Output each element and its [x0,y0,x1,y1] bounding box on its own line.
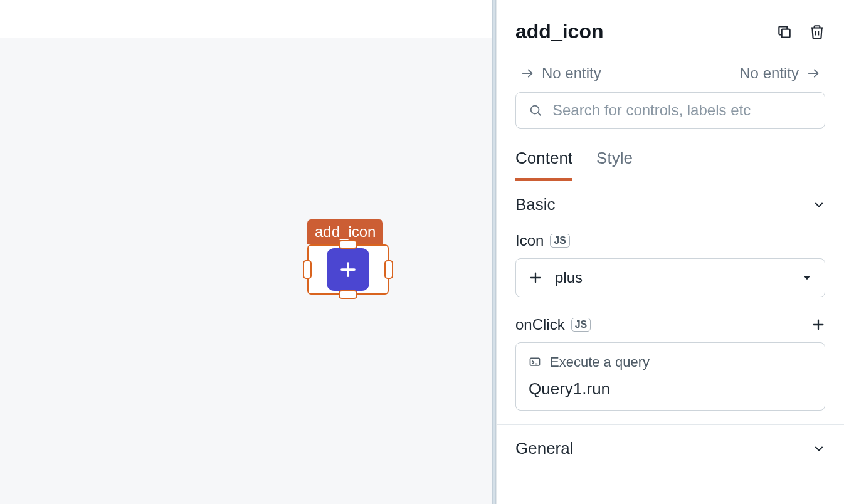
copy-button[interactable] [776,24,793,40]
resize-handle-bottom[interactable] [339,290,357,299]
tab-content[interactable]: Content [515,144,572,181]
section-basic-header[interactable]: Basic [515,195,825,214]
add-action-button[interactable] [811,318,825,332]
onclick-action-block[interactable]: Execute a query Query1.run [515,342,825,411]
arrow-right-icon [520,66,534,80]
js-toggle-badge[interactable]: JS [571,318,591,332]
copy-icon [776,24,793,40]
add-icon-button[interactable] [327,248,369,291]
delete-button[interactable] [809,24,825,40]
js-toggle-badge[interactable]: JS [550,234,570,248]
section-general-title: General [515,439,574,458]
canvas-header-strip [0,0,492,38]
search-input[interactable] [552,102,812,119]
icon-label-text: Icon [515,232,544,249]
trash-icon [809,24,825,40]
chevron-down-icon [813,443,825,455]
property-panel: add_icon No entity No entity [496,0,844,504]
svg-line-6 [538,113,541,115]
query-icon [529,356,541,369]
icon-property-label: Icon JS [515,232,825,249]
resize-handle-left[interactable] [303,260,312,279]
arrow-right-icon [806,66,820,80]
onclick-action-value: Query1.run [529,379,812,399]
section-basic: Basic Icon JS plus onClick JS [497,181,844,424]
icon-dropdown[interactable]: plus [515,258,825,297]
svg-point-5 [531,106,539,114]
section-general-header[interactable]: General [515,439,825,458]
search-box[interactable] [515,92,825,129]
selected-widget[interactable]: add_icon [307,219,389,295]
section-general: General [497,425,844,472]
entity-navigation: No entity No entity [515,65,825,82]
next-entity-label: No entity [739,65,799,82]
resize-handle-right[interactable] [384,260,393,279]
panel-tabs: Content Style [515,144,825,181]
svg-rect-12 [530,358,540,365]
prev-entity-label: No entity [542,65,601,82]
svg-marker-9 [804,276,811,280]
resize-handle-top[interactable] [339,240,357,249]
plus-icon [811,318,825,332]
onclick-label-text: onClick [515,316,565,333]
caret-down-icon [802,273,812,283]
svg-rect-2 [782,29,790,37]
prev-entity-link[interactable]: No entity [520,65,601,82]
widget-title[interactable]: add_icon [515,20,603,43]
tab-style[interactable]: Style [596,144,633,181]
chevron-down-icon [813,199,825,211]
onclick-property-label: onClick JS [515,316,591,333]
plus-icon [529,271,542,285]
plus-icon [339,260,357,279]
onclick-action-label: Execute a query [550,354,650,370]
next-entity-link[interactable]: No entity [739,65,820,82]
icon-dropdown-value: plus [555,269,583,286]
canvas-area[interactable]: add_icon [0,38,492,504]
widget-selection-box[interactable] [307,244,389,295]
section-basic-title: Basic [515,195,556,214]
search-icon [529,103,542,117]
